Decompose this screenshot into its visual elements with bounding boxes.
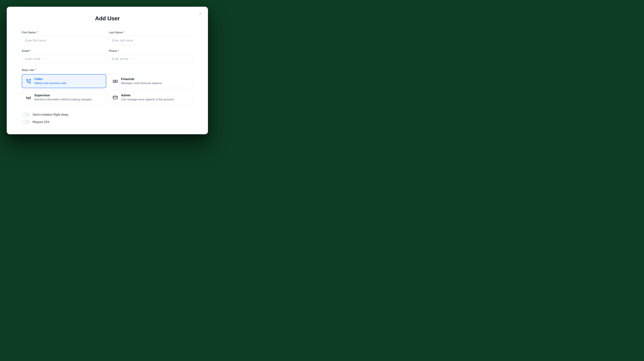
switch-row-send-invitation: Send Invitation Right Away [22, 112, 193, 117]
close-button[interactable] [198, 12, 202, 16]
role-desc: Can manage most aspects of the account. [121, 98, 174, 101]
role-grid: Caller Makes and receives calls. Financi… [22, 74, 193, 104]
phone-field: Phone * [109, 49, 193, 64]
svg-point-8 [29, 97, 30, 99]
role-card-supervisor[interactable]: Supervisor Monitors information without … [22, 91, 106, 104]
svg-point-4 [115, 81, 116, 82]
role-desc: Monitors information without making chan… [34, 98, 92, 101]
first-name-input[interactable] [22, 36, 106, 45]
switch-row-require-2fa: Require 2FA [22, 120, 193, 124]
glasses-icon [26, 95, 31, 100]
role-card-financial[interactable]: Financial Manages most financial aspects… [108, 74, 193, 88]
modal-title: Add User [22, 15, 193, 22]
send-invitation-toggle[interactable] [22, 112, 30, 117]
role-title: Caller [34, 77, 67, 81]
role-title: Financial [121, 77, 162, 81]
banknote-icon [112, 78, 118, 84]
role-title: Admin [121, 94, 174, 97]
svg-point-7 [27, 97, 28, 99]
first-name-field: First Name * [22, 31, 106, 45]
email-label: Email * [22, 49, 106, 53]
base-role-label: Base role * [22, 69, 193, 72]
role-card-caller[interactable]: Caller Makes and receives calls. [22, 74, 106, 88]
require-2fa-toggle[interactable] [22, 120, 30, 124]
role-desc: Makes and receives calls. [34, 82, 67, 85]
role-desc: Manages most financial aspects. [121, 82, 162, 85]
last-name-label: Last Name * [109, 31, 193, 34]
close-icon [198, 12, 202, 16]
first-name-label: First Name * [22, 31, 106, 34]
phone-outgoing-icon [26, 78, 31, 84]
add-user-modal: Add User First Name * Last Name * Email … [7, 7, 208, 134]
phone-label: Phone * [109, 49, 193, 53]
email-input[interactable] [22, 54, 106, 64]
phone-input[interactable] [109, 54, 193, 64]
email-field: Email * [22, 49, 106, 64]
credit-card-icon [112, 95, 118, 100]
switch-list: Send Invitation Right Away Require 2FA [22, 112, 193, 124]
switch-label: Send Invitation Right Away [32, 113, 68, 117]
last-name-field: Last Name * [109, 31, 193, 45]
role-title: Supervisor [34, 94, 92, 97]
switch-label: Require 2FA [32, 120, 49, 124]
last-name-input[interactable] [109, 36, 193, 45]
role-card-admin[interactable]: Admin Can manage most aspects of the acc… [108, 91, 193, 104]
svg-rect-9 [113, 96, 118, 99]
